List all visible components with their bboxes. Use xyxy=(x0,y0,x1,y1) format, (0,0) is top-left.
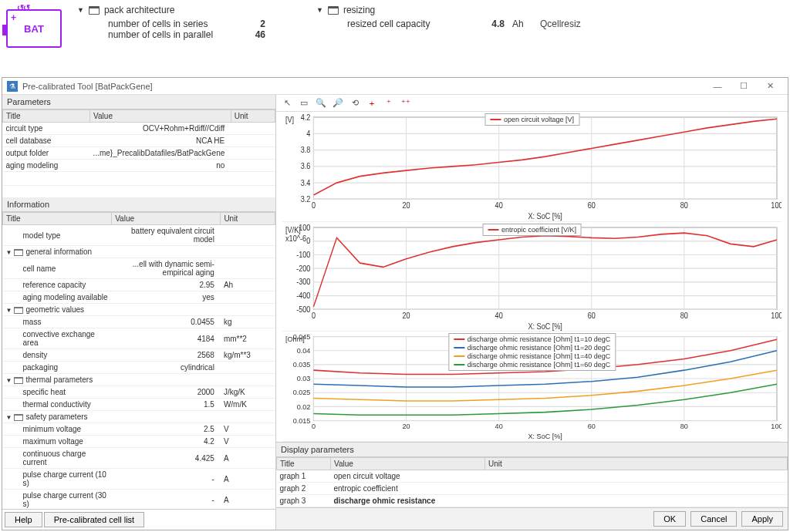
svg-text:20: 20 xyxy=(402,200,410,210)
svg-text:X: SoC [%]: X: SoC [%] xyxy=(528,433,562,441)
chart-3[interactable]: discharge ohmic resistance [Ohm] t1=10 d… xyxy=(282,332,782,442)
group-row[interactable]: ▼safety parameters xyxy=(3,411,275,423)
table-row[interactable]: mass0.0455kg xyxy=(3,316,275,328)
group-row[interactable]: ▼thermal parameters xyxy=(3,374,275,386)
table-row[interactable]: reference capacity2.95Ah xyxy=(3,279,275,291)
cancel-button[interactable]: Cancel xyxy=(690,511,737,527)
svg-text:100: 100 xyxy=(771,422,782,430)
svg-text:3.2: 3.2 xyxy=(301,194,311,204)
svg-text:-500: -500 xyxy=(296,305,311,314)
table-row[interactable]: pulse charge current (10 s)-A xyxy=(3,469,275,490)
table-row[interactable]: circuit typeOCV+Rohm+Rdiff//Cdiff xyxy=(3,123,275,135)
svg-text:40: 40 xyxy=(495,200,504,210)
svg-text:0: 0 xyxy=(312,422,316,430)
table-row[interactable]: maximum voltage4.2V xyxy=(3,436,275,448)
parameters-table[interactable]: Title Value Unit circuit typeOCV+Rohm+Rd… xyxy=(2,109,275,186)
table-row[interactable]: aging modeling availableyes xyxy=(3,291,275,304)
svg-text:X: SoC [%]: X: SoC [%] xyxy=(528,322,562,331)
group-row[interactable]: ▼general information xyxy=(3,246,275,258)
svg-text:[V]: [V] xyxy=(285,115,294,124)
chart-legend: discharge ohmic resistance [Ohm] t1=10 d… xyxy=(448,333,616,371)
svg-text:0.045: 0.045 xyxy=(293,332,311,341)
parameters-header: Parameters xyxy=(2,95,275,109)
cell-list-button[interactable]: Pre-calibrated cell list xyxy=(44,512,145,527)
svg-text:100: 100 xyxy=(771,311,782,320)
table-row[interactable]: packagingcylindrical xyxy=(3,362,275,374)
app-icon: ⚗ xyxy=(7,81,18,92)
left-panel: Parameters Title Value Unit circuit type… xyxy=(2,95,276,530)
svg-text:0.03: 0.03 xyxy=(297,374,311,382)
svg-text:20: 20 xyxy=(402,422,410,430)
table-row[interactable]: cell databaseNCA HE xyxy=(3,135,275,147)
right-panel: ↖ ▭ 🔍 🔎 ⟲ + ⁺ ⁺⁺ open circuit voltage [V… xyxy=(276,95,788,530)
svg-text:40: 40 xyxy=(495,311,504,320)
information-header: Information xyxy=(2,197,275,212)
svg-text:60: 60 xyxy=(588,311,596,320)
apply-button[interactable]: Apply xyxy=(741,511,783,527)
svg-text:-400: -400 xyxy=(296,291,311,300)
chart-toolbar: ↖ ▭ 🔍 🔎 ⟲ + ⁺ ⁺⁺ xyxy=(276,95,788,112)
chart-1[interactable]: open circuit voltage [V] [V] 02040608010… xyxy=(282,112,782,222)
table-row[interactable]: cell name...ell with dynamic semi-empiri… xyxy=(3,258,275,279)
table-row[interactable]: pulse charge current (30 s)-A xyxy=(3,490,275,510)
svg-text:60: 60 xyxy=(588,200,596,210)
close-button[interactable]: ✕ xyxy=(757,81,783,91)
marker-icon[interactable]: ⁺⁺ xyxy=(400,97,412,109)
table-row[interactable]: graph 3discharge ohmic resistance xyxy=(277,495,788,507)
svg-text:80: 80 xyxy=(680,422,688,430)
folder-icon xyxy=(328,6,339,15)
svg-text:40: 40 xyxy=(495,422,503,430)
tree-leaf[interactable]: number of cells in series2 xyxy=(77,19,301,29)
title-bar: ⚗ Pre-calibrated Tool [BatPackGene] — ☐ … xyxy=(2,78,788,95)
table-row[interactable]: minimum voltage2.5V xyxy=(3,423,275,436)
tree-node-pack[interactable]: ▼ pack architecture xyxy=(77,5,301,15)
resizing-tree: ▼ resizing resized cell capacity4.8 AhQc… xyxy=(316,5,581,29)
marker-icon[interactable]: + xyxy=(366,97,378,109)
svg-text:3.4: 3.4 xyxy=(301,178,311,187)
table-row[interactable]: specific heat2000J/kg/K xyxy=(3,386,275,399)
svg-text:-200: -200 xyxy=(296,264,311,273)
table-row[interactable]: continuous charge current4.425A xyxy=(3,448,275,469)
svg-text:100: 100 xyxy=(771,200,782,210)
group-row[interactable]: ▼geometric values xyxy=(3,304,275,316)
chart-legend: open circuit voltage [V] xyxy=(484,113,579,126)
pack-architecture-tree: ▼ pack architecture number of cells in s… xyxy=(77,5,301,40)
minimize-button[interactable]: — xyxy=(704,82,731,91)
zoom-out-icon[interactable]: 🔎 xyxy=(332,97,344,109)
svg-text:0.025: 0.025 xyxy=(293,388,311,396)
table-row[interactable]: convective exchange area4184mm**2 xyxy=(3,328,275,349)
table-row[interactable]: graph 1open circuit voltage xyxy=(277,470,788,483)
chart-legend: entropic coefficient [V/K] xyxy=(482,224,582,236)
svg-text:80: 80 xyxy=(680,200,689,210)
svg-text:60: 60 xyxy=(588,422,596,430)
marker-icon[interactable]: ⁺ xyxy=(383,97,395,109)
zoom-in-icon[interactable]: 🔍 xyxy=(315,97,327,109)
tree-leaf[interactable]: resized cell capacity4.8 AhQcellresiz xyxy=(316,19,581,29)
rect-zoom-icon[interactable]: ▭ xyxy=(298,97,310,109)
help-button[interactable]: Help xyxy=(5,512,42,527)
svg-text:x10^-6: x10^-6 xyxy=(285,234,306,243)
svg-text:X: SoC [%]: X: SoC [%] xyxy=(528,212,562,221)
tool-window: ⚗ Pre-calibrated Tool [BatPackGene] — ☐ … xyxy=(2,77,788,530)
svg-text:0.015: 0.015 xyxy=(293,416,311,425)
svg-text:4.2: 4.2 xyxy=(301,113,311,122)
table-row[interactable]: model typebattery equivalent circuit mod… xyxy=(3,225,275,246)
table-row[interactable]: graph 2entropic coefficient xyxy=(277,483,788,495)
table-row[interactable]: output folder...me}_PrecalibDatafiles/Ba… xyxy=(3,147,275,160)
tree-leaf[interactable]: number of cells in parallel46 xyxy=(77,29,301,40)
table-row[interactable]: density2568kg/m**3 xyxy=(3,349,275,362)
svg-rect-1 xyxy=(313,117,776,199)
tree-node-resizing[interactable]: ▼ resizing xyxy=(316,5,581,15)
table-row[interactable]: thermal conductivity1.5W/m/K xyxy=(3,399,275,411)
information-table[interactable]: Title Value Unit model typebattery equiv… xyxy=(2,212,275,509)
svg-text:3.8: 3.8 xyxy=(301,145,311,154)
display-params-table[interactable]: Title Value Unit graph 1open circuit vol… xyxy=(276,457,788,507)
chart-2[interactable]: entropic coefficient [V/K] [V/K]x10^-6 0… xyxy=(282,222,782,332)
ok-button[interactable]: OK xyxy=(653,511,686,527)
maximize-button[interactable]: ☐ xyxy=(731,81,757,91)
pointer-icon[interactable]: ↖ xyxy=(281,97,293,109)
window-title: Pre-calibrated Tool [BatPackGene] xyxy=(22,82,704,91)
table-row[interactable]: aging modelingno xyxy=(3,160,275,172)
display-params-header: Display parameters xyxy=(276,443,788,457)
zoom-reset-icon[interactable]: ⟲ xyxy=(349,97,361,109)
